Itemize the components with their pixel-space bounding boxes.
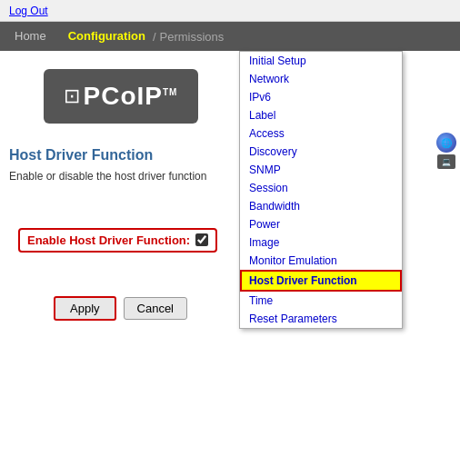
content-area: Host Driver Function Enable or disable t… (9, 138, 232, 193)
menu-item-image[interactable]: Image (240, 233, 402, 252)
enable-host-driver-field: Enable Host Driver Function: (18, 228, 217, 253)
pcoip-logo-icon: ⊡ (64, 84, 80, 108)
enable-host-driver-checkbox[interactable] (195, 233, 208, 246)
cancel-button[interactable]: Cancel (124, 297, 187, 320)
menu-item-discovery[interactable]: Discovery (240, 143, 402, 161)
logo-box: ⊡ PCoIPTM (44, 69, 198, 124)
logo-area: ⊡ PCoIPTM (9, 60, 232, 138)
menu-item-time[interactable]: Time (240, 292, 402, 310)
menu-item-reset-parameters[interactable]: Reset Parameters (240, 310, 402, 328)
menu-item-power[interactable]: Power (240, 215, 402, 233)
menu-item-network[interactable]: Network (240, 70, 402, 88)
page-description: Enable or disable the host driver functi… (9, 169, 232, 184)
menu-item-bandwidth[interactable]: Bandwidth (240, 197, 402, 215)
menu-item-ipv6[interactable]: IPv6 (240, 88, 402, 106)
enable-host-driver-label: Enable Host Driver Function: (27, 233, 190, 247)
left-panel: ⊡ PCoIPTM Host Driver Function Enable or… (0, 51, 241, 474)
nav-home[interactable]: Home (0, 22, 61, 51)
button-row: Apply Cancel (9, 296, 232, 321)
menu-item-snmp[interactable]: SNMP (240, 161, 402, 179)
globe-icon: 🌐 (436, 133, 456, 153)
logout-link[interactable]: Log Out (9, 5, 48, 17)
config-menu: Initial SetupNetworkIPv6LabelAccessDisco… (239, 51, 403, 329)
pcoip-logo-text: PCoIPTM (84, 82, 178, 111)
menu-item-label[interactable]: Label (240, 106, 402, 124)
page-title: Host Driver Function (9, 147, 232, 164)
menu-item-initial-setup[interactable]: Initial Setup (240, 52, 402, 70)
menu-item-access[interactable]: Access (240, 124, 402, 143)
menu-item-session[interactable]: Session (240, 179, 402, 197)
network-icons-area: 🌐 💻 (436, 133, 460, 169)
menu-item-host-driver-function[interactable]: Host Driver Function (240, 270, 402, 292)
nav-bar: Home Configuration / Permissions (0, 22, 460, 51)
main-area: ⊡ PCoIPTM Host Driver Function Enable or… (0, 51, 460, 474)
menu-item-monitor-emulation[interactable]: Monitor Emulation (240, 252, 402, 270)
nav-configuration[interactable]: Configuration (61, 22, 153, 51)
form-area: Enable Host Driver Function: (9, 221, 232, 260)
pc-icon: 💻 (437, 154, 455, 169)
apply-button[interactable]: Apply (54, 296, 116, 321)
nav-permissions[interactable]: Permissions (156, 30, 228, 44)
top-bar: Log Out (0, 0, 460, 22)
